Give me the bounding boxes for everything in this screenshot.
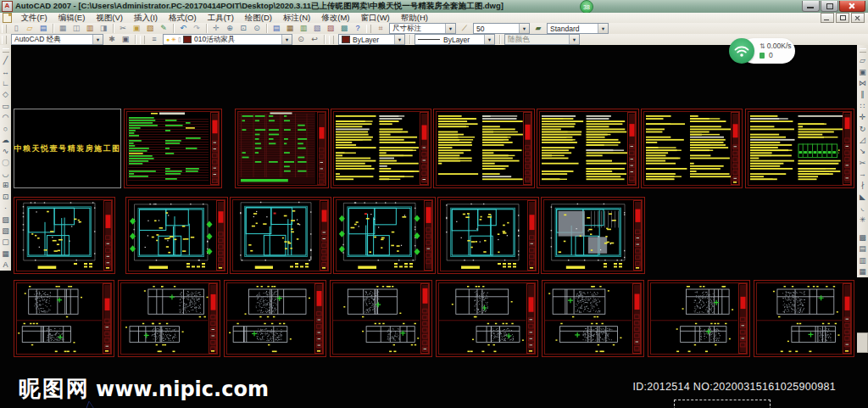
region-tool-button[interactable]: ▢ [0,237,11,248]
redo-button[interactable]: ↷ [190,24,203,34]
point-tool-button[interactable]: · [0,203,11,214]
move-tool-button[interactable]: ✛ [857,112,868,123]
make-block-tool-button[interactable]: ⊡ [0,192,11,203]
stretch-tool-button[interactable]: ↘ [857,146,868,157]
doc-minimize-button[interactable] [821,13,834,23]
doc-close-button[interactable] [851,13,865,23]
rotate-tool-button[interactable]: ↻ [857,123,868,134]
trim-tool-button[interactable]: ✂ [857,158,868,169]
doc-restore-button[interactable] [836,13,849,23]
my-workspace-button[interactable]: ▣ [119,35,132,45]
insert-block-tool-button[interactable]: ⊞ [0,180,11,191]
table-tool-button[interactable]: ▦ [0,249,11,260]
toolbar-grip[interactable] [3,48,9,53]
copy-clip-button[interactable]: ▣ [130,24,143,34]
help-button[interactable]: ? [351,24,364,34]
net-speed-widget[interactable]: ⇅ 0.00K/s 0 [729,37,792,64]
markup-button[interactable]: ▨ [324,24,337,34]
match-properties-button[interactable]: ✎ [157,24,170,34]
wifi-icon[interactable] [729,38,754,64]
chevron-down-icon[interactable]: ▼ [484,35,494,44]
copy-tool-button[interactable]: ▣ [857,66,868,77]
menu-item-1[interactable]: 编辑(E) [53,13,91,22]
publish-button[interactable]: ▥ [83,24,97,34]
plot-button[interactable]: ▦ [56,24,70,34]
menu-item-3[interactable]: 插入(I) [128,13,163,22]
minimize-button[interactable] [802,1,820,12]
3d-dwf-button[interactable]: ◨ [97,24,110,34]
chevron-down-icon[interactable]: ▼ [281,35,292,44]
construction-line-tool-button[interactable]: ↔ [0,66,11,77]
chamfer-tool-button[interactable]: ◣ [857,192,868,203]
make-layer-current-button[interactable]: ⊙ [294,35,308,45]
model-space-canvas[interactable]: 中粮天悦壹号精装房施工图 [11,45,857,408]
menu-item-5[interactable]: 工具(T) [202,13,239,22]
array-tool-button[interactable]: ∷ [857,101,868,112]
360-float-badge[interactable]: 38 [580,0,593,14]
scale-tool-button[interactable]: ◿ [857,135,868,146]
dim-style-dropdown[interactable]: 尺寸标注▼ [389,23,456,34]
fillet-tool-button[interactable]: ◟ [857,203,868,214]
line-tool-button[interactable]: ╱ [0,55,11,66]
layer-previous-button[interactable]: ↩ [308,35,321,45]
erase-tool-button[interactable]: ▱ [857,55,868,66]
menu-item-10[interactable]: 帮助(H) [395,13,433,22]
open-button[interactable]: ▱ [23,24,36,34]
chevron-down-icon[interactable]: ▼ [519,24,529,33]
workspace-dropdown[interactable]: AutoCAD 经典▼ [11,34,103,45]
quickcalc-button[interactable]: ▩ [337,24,351,34]
plot-preview-button[interactable]: ◫ [70,24,83,34]
paste-button[interactable]: ▧ [143,24,157,34]
layer-manager-icon[interactable]: ≡ [147,35,161,45]
explode-tool-button[interactable]: ✳ [857,214,868,225]
toolbar-grip[interactable] [2,36,7,44]
menu-item-4[interactable]: 格式(O) [163,13,202,22]
layer-dropdown[interactable]: ●✳▯ 010活动家具 ▼ [163,34,292,45]
linetype-dropdown[interactable]: ByLayer ▼ [415,34,495,45]
menu-item-6[interactable]: 绘图(D) [239,13,277,22]
tool-palettes-button[interactable]: ▥ [297,24,310,34]
restore-button[interactable] [821,1,838,12]
toolbar-grip[interactable] [2,25,7,33]
menu-item-8[interactable]: 修改(M) [316,13,355,22]
chevron-down-icon[interactable]: ▼ [445,24,455,33]
pan-button[interactable]: ✛ [209,24,223,34]
menu-item-0[interactable]: 文件(F) [15,13,53,22]
zoom-realtime-button[interactable]: ⊕ [223,24,236,34]
arc-tool-button[interactable]: ◠ [0,112,11,123]
bring-to-front-tool-button[interactable]: ▩ [857,232,868,243]
offset-tool-button[interactable]: ∥ [857,89,868,100]
mirror-tool-button[interactable]: ⋈ [857,78,868,89]
zoom-window-button[interactable]: ⊡ [236,24,250,34]
properties-button[interactable]: ▤ [270,24,283,34]
break-tool-button[interactable]: ∤ [857,180,868,191]
send-to-back-tool-button[interactable]: ▤ [857,243,868,254]
spline-tool-button[interactable]: ∿ [0,146,11,157]
rectangle-tool-button[interactable]: ▭ [0,101,11,112]
hatch-tool-button[interactable]: ▨ [0,214,11,225]
sheet-set-manager-button[interactable]: ▧ [310,24,324,34]
autocad-app-icon[interactable]: A [2,1,13,12]
polyline-tool-button[interactable]: ∟ [0,78,11,89]
revcloud-tool-button[interactable]: ☁ [0,135,11,146]
undo-button[interactable]: ↶ [176,24,190,34]
zoom-previous-button[interactable]: ⊙ [250,24,264,34]
dim-scale-dropdown[interactable]: 50▼ [473,23,530,34]
circle-tool-button[interactable]: ○ [0,123,11,134]
menu-item-7[interactable]: 标注(N) [278,13,316,22]
send-under-tool-button[interactable]: ▦ [857,266,868,277]
toolbar-grip[interactable] [140,36,145,44]
close-button[interactable] [839,1,865,12]
extend-tool-button[interactable]: → [857,169,868,180]
chevron-down-icon[interactable]: ▼ [92,35,103,44]
workspace-settings-button[interactable]: ✱ [105,35,119,45]
designcenter-button[interactable]: ▦ [283,24,297,34]
menu-item-9[interactable]: 窗口(W) [355,13,395,22]
color-dropdown[interactable]: ByLayer ▼ [338,34,405,45]
toolbar-grip[interactable] [366,25,371,33]
chevron-down-icon[interactable]: ▼ [394,35,404,44]
polygon-tool-button[interactable]: ◇ [0,89,11,100]
toolbar-grip[interactable] [329,36,334,44]
ellipse-tool-button[interactable]: 〇 [0,158,11,169]
new-button[interactable]: ▯ [9,24,23,34]
